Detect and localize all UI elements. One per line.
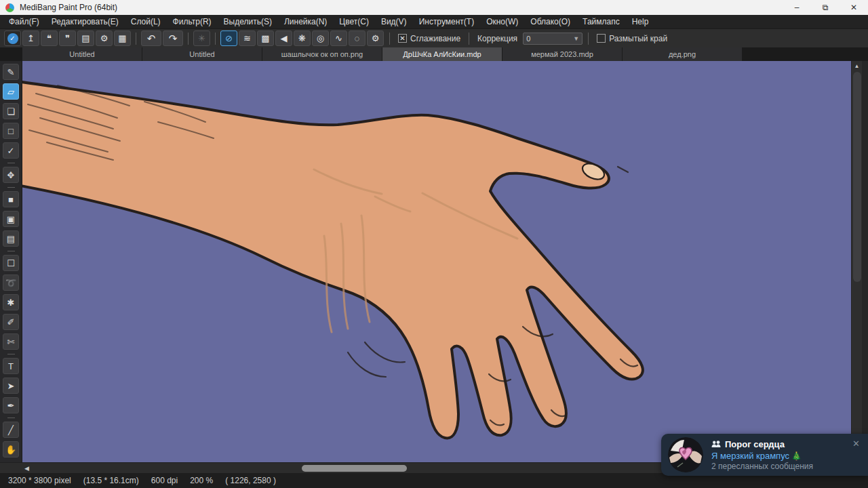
document-tab[interactable]: Untitled [142, 47, 262, 61]
canvas-size-px: 3200 * 3800 pixel [8, 476, 71, 485]
tool-icon: ✎ [7, 67, 15, 77]
correction-label: Коррекция [477, 34, 517, 43]
tool-icon: ✓ [7, 146, 15, 156]
toolbar-button[interactable]: ❋ [294, 30, 311, 46]
tool-button[interactable]: ▤ [3, 230, 19, 247]
document-tab-label: шашлычок ок оп оп.png [277, 50, 367, 58]
menu-item[interactable]: Выделить(S) [218, 15, 278, 28]
minimize-button[interactable]: – [783, 0, 811, 15]
menu-item[interactable]: Слой(L) [125, 15, 167, 28]
menu-item[interactable]: Цвет(C) [333, 15, 375, 28]
toolbar-button[interactable]: ▤ [77, 30, 94, 46]
toolbar-button[interactable]: ∿ [330, 30, 347, 46]
restore-button[interactable]: ⧉ [811, 0, 840, 15]
correction-dropdown[interactable]: 0 ▼ [523, 33, 583, 45]
toolbar-button[interactable] [215, 33, 216, 45]
tool-button[interactable]: ✓ [3, 142, 19, 159]
tool-icon: ✥ [7, 170, 15, 180]
toolbar-button[interactable]: ↥ [22, 30, 39, 46]
toolbar-button[interactable]: ▦ [114, 30, 131, 46]
toolbar-button[interactable]: ◎ [312, 30, 329, 46]
notification-message: Я мерзкий крампус🎄 [711, 451, 861, 461]
tool-button[interactable]: ✥ [3, 167, 19, 183]
tool-button[interactable]: ▱ [3, 83, 19, 100]
menu-item[interactable]: Облако(O) [524, 15, 576, 28]
menu-item[interactable]: Вид(V) [375, 15, 413, 28]
toolbar-button[interactable]: ≋ [239, 30, 256, 46]
title-bar: MediBang Paint Pro (64bit) – ⧉ ✕ [0, 0, 868, 15]
toolbar-button[interactable]: ✓ [4, 30, 21, 46]
menu-item[interactable]: Help [626, 15, 655, 28]
toolbar-button[interactable] [188, 33, 189, 45]
toolbar-button[interactable]: ❝ [41, 30, 58, 46]
toolbar-button[interactable]: ◀ [275, 30, 292, 46]
toolbar-button[interactable]: ❞ [59, 30, 76, 46]
tool-button[interactable]: ✐ [3, 314, 19, 330]
tool-button[interactable]: ☐ [3, 255, 19, 271]
hand-drawing [22, 61, 851, 462]
tool-button[interactable]: ▣ [3, 211, 19, 227]
separator [389, 33, 390, 45]
document-tab-label: ДрШчКа АлИсКии.mdp [399, 50, 485, 58]
checkbox-checked-icon[interactable]: ✕ [398, 34, 407, 43]
checkbox-unchecked-icon[interactable] [597, 34, 606, 43]
menu-item[interactable]: Файл(F) [3, 15, 45, 28]
close-button[interactable]: ✕ [840, 0, 868, 15]
toolbar-button[interactable]: ⚙ [96, 30, 113, 46]
tool-button[interactable]: ✄ [3, 333, 19, 350]
toolbar-button-icon: ▩ [261, 33, 269, 43]
notification-close-icon[interactable]: ✕ [852, 439, 860, 448]
scroll-up-icon[interactable]: ▲ [852, 63, 862, 69]
toolbar-button[interactable]: ▩ [257, 30, 274, 46]
separator [469, 33, 469, 45]
chat-avatar [668, 437, 703, 472]
toolbar-button-icon: ◌ [355, 33, 360, 43]
menu-item[interactable]: Инструмент(T) [413, 15, 481, 28]
tool-button[interactable]: ✋ [3, 441, 19, 458]
tool-button[interactable]: ❏ [3, 103, 19, 119]
toolbar-button-icon: ❞ [65, 33, 70, 43]
toolbar-button[interactable]: ↶ [141, 30, 161, 46]
vertical-scrollbar[interactable]: ▲ ▼ [851, 61, 862, 462]
zoom-level: 200 % [190, 476, 213, 485]
menu-item[interactable]: Таймлапс [576, 15, 626, 28]
tool-button[interactable]: ➰ [3, 274, 19, 291]
tool-button[interactable]: □ [3, 123, 19, 139]
toolbar-button[interactable]: ✳ [193, 30, 210, 46]
tool-button[interactable]: ✒ [3, 397, 19, 413]
tool-icon: ✋ [5, 445, 16, 455]
document-tab[interactable]: ДрШчКа АлИсКии.mdp [382, 47, 502, 61]
tool-button[interactable]: ■ [3, 191, 19, 207]
menu-item[interactable]: Редактировать(E) [45, 15, 125, 28]
menu-item[interactable]: Линейка(N) [278, 15, 333, 28]
toolbar-button-icon: ⚙ [100, 33, 108, 43]
tool-icon: ▤ [7, 234, 15, 244]
tool-button[interactable]: ➤ [3, 378, 19, 394]
tool-button[interactable]: ✎ [3, 64, 19, 80]
menu-item[interactable]: Окно(W) [480, 15, 524, 28]
smoothing-checkbox[interactable]: ✕ Сглаживание [398, 34, 460, 43]
toolbar-button[interactable]: ⊘ [220, 30, 237, 46]
toolbar-button[interactable] [136, 33, 136, 45]
blur-edge-label: Размытый край [609, 34, 667, 43]
document-tab[interactable]: дед.png [623, 47, 743, 61]
document-tab[interactable]: Untitled [22, 47, 142, 61]
drawing-canvas[interactable] [22, 61, 851, 462]
toolbar-button[interactable]: ◌ [349, 30, 366, 46]
tool-button[interactable]: T [3, 358, 19, 374]
tool-icon: ➰ [5, 278, 16, 288]
tool-button[interactable]: ╱ [3, 422, 19, 438]
vertical-scroll-thumb[interactable] [853, 72, 861, 282]
toolbar-button[interactable]: ⚙ [367, 30, 384, 46]
scroll-left-icon[interactable]: ◀ [24, 465, 29, 472]
horizontal-scroll-thumb[interactable] [302, 465, 407, 472]
menu-item[interactable]: Фильтр(R) [167, 15, 218, 28]
document-tab[interactable]: мермай 2023.mdp [502, 47, 623, 61]
notification-popup[interactable]: Порог сердца Я мерзкий крампус🎄 2 пересл… [661, 434, 868, 476]
document-tab[interactable]: шашлычок ок оп оп.png [262, 47, 382, 61]
group-chat-icon [711, 441, 721, 448]
toolbar-button[interactable]: ↷ [163, 30, 183, 46]
tool-button[interactable]: ✱ [3, 294, 19, 310]
blur-edge-checkbox[interactable]: Размытый край [597, 34, 667, 43]
tool-icon: ╱ [8, 425, 14, 435]
